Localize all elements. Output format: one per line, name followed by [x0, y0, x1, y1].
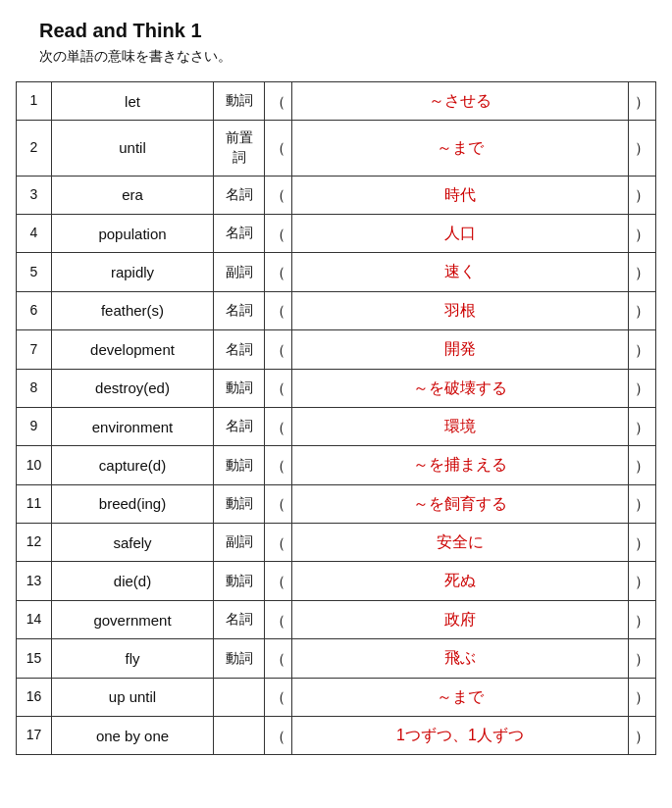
table-row: 16up until（～まで）: [17, 678, 656, 716]
close-paren: ）: [629, 446, 656, 484]
open-paren: （: [265, 678, 292, 716]
row-answer: ～を飼育する: [292, 484, 629, 523]
close-paren: ）: [629, 82, 656, 121]
row-number: 1: [17, 82, 52, 121]
row-word: government: [52, 600, 214, 638]
row-word: destroy(ed): [52, 369, 214, 407]
row-answer: ～を破壊する: [292, 369, 629, 407]
row-type: 副詞: [214, 253, 265, 291]
close-paren: ）: [629, 562, 656, 600]
row-type: 動詞: [214, 484, 265, 523]
row-answer: 死ぬ: [292, 562, 629, 600]
row-number: 11: [17, 484, 52, 523]
row-number: 3: [17, 176, 52, 214]
row-answer: ～させる: [292, 82, 629, 121]
row-type: 前置詞: [214, 121, 265, 176]
open-paren: （: [265, 639, 292, 678]
row-type: [214, 678, 265, 716]
row-answer: ～を捕まえる: [292, 446, 629, 484]
row-number: 6: [17, 291, 52, 329]
open-paren: （: [265, 214, 292, 252]
row-number: 5: [17, 253, 52, 291]
row-word: capture(d): [52, 446, 214, 484]
open-paren: （: [265, 562, 292, 600]
row-word: until: [52, 121, 214, 176]
close-paren: ）: [629, 214, 656, 252]
row-word: rapidly: [52, 253, 214, 291]
open-paren: （: [265, 176, 292, 214]
row-type: 名詞: [214, 600, 265, 638]
open-paren: （: [265, 600, 292, 638]
open-paren: （: [265, 330, 292, 369]
row-word: let: [52, 82, 214, 121]
row-type: 動詞: [214, 562, 265, 600]
row-answer: 環境: [292, 407, 629, 445]
close-paren: ）: [629, 253, 656, 291]
row-type: 動詞: [214, 82, 265, 121]
row-number: 2: [17, 121, 52, 176]
table-row: 5rapidly副詞（速く）: [17, 253, 656, 291]
row-type: 名詞: [214, 214, 265, 252]
row-number: 8: [17, 369, 52, 407]
table-row: 3era名詞（時代）: [17, 176, 656, 214]
row-word: one by one: [52, 717, 214, 755]
table-row: 6feather(s)名詞（羽根）: [17, 291, 656, 329]
row-type: 名詞: [214, 176, 265, 214]
row-answer: 開発: [292, 330, 629, 369]
open-paren: （: [265, 369, 292, 407]
table-row: 14government名詞（政府）: [17, 600, 656, 638]
row-answer: 速く: [292, 253, 629, 291]
table-row: 1let動詞（～させる）: [17, 82, 656, 121]
open-paren: （: [265, 407, 292, 445]
row-number: 13: [17, 562, 52, 600]
row-word: up until: [52, 678, 214, 716]
close-paren: ）: [629, 717, 656, 755]
row-type: 動詞: [214, 639, 265, 678]
row-answer: ～まで: [292, 121, 629, 176]
close-paren: ）: [629, 121, 656, 176]
row-number: 14: [17, 600, 52, 638]
table-row: 10capture(d)動詞（～を捕まえる）: [17, 446, 656, 484]
row-answer: 1つずつ、1人ずつ: [292, 717, 629, 755]
open-paren: （: [265, 253, 292, 291]
close-paren: ）: [629, 176, 656, 214]
row-type: 副詞: [214, 524, 265, 562]
row-answer: 羽根: [292, 291, 629, 329]
vocabulary-table: 1let動詞（～させる）2until前置詞（～まで）3era名詞（時代）4pop…: [16, 81, 656, 755]
open-paren: （: [265, 524, 292, 562]
table-row: 12safely副詞（安全に）: [17, 524, 656, 562]
table-row: 2until前置詞（～まで）: [17, 121, 656, 176]
table-row: 13die(d)動詞（死ぬ）: [17, 562, 656, 600]
row-word: development: [52, 330, 214, 369]
row-number: 12: [17, 524, 52, 562]
row-word: safely: [52, 524, 214, 562]
close-paren: ）: [629, 291, 656, 329]
close-paren: ）: [629, 524, 656, 562]
table-row: 8destroy(ed)動詞（～を破壊する）: [17, 369, 656, 407]
row-number: 7: [17, 330, 52, 369]
row-word: fly: [52, 639, 214, 678]
open-paren: （: [265, 121, 292, 176]
close-paren: ）: [629, 678, 656, 716]
row-number: 9: [17, 407, 52, 445]
page-title: Read and Think 1: [39, 20, 656, 42]
row-number: 17: [17, 717, 52, 755]
row-number: 4: [17, 214, 52, 252]
table-row: 15fly動詞（飛ぶ）: [17, 639, 656, 678]
row-type: 名詞: [214, 330, 265, 369]
row-answer: 時代: [292, 176, 629, 214]
open-paren: （: [265, 484, 292, 523]
open-paren: （: [265, 446, 292, 484]
close-paren: ）: [629, 484, 656, 523]
table-row: 7development名詞（開発）: [17, 330, 656, 369]
table-row: 11breed(ing)動詞（～を飼育する）: [17, 484, 656, 523]
table-row: 4population名詞（人口）: [17, 214, 656, 252]
close-paren: ）: [629, 600, 656, 638]
row-type: 動詞: [214, 446, 265, 484]
close-paren: ）: [629, 330, 656, 369]
open-paren: （: [265, 717, 292, 755]
row-word: die(d): [52, 562, 214, 600]
close-paren: ）: [629, 639, 656, 678]
row-answer: 安全に: [292, 524, 629, 562]
row-type: 名詞: [214, 407, 265, 445]
